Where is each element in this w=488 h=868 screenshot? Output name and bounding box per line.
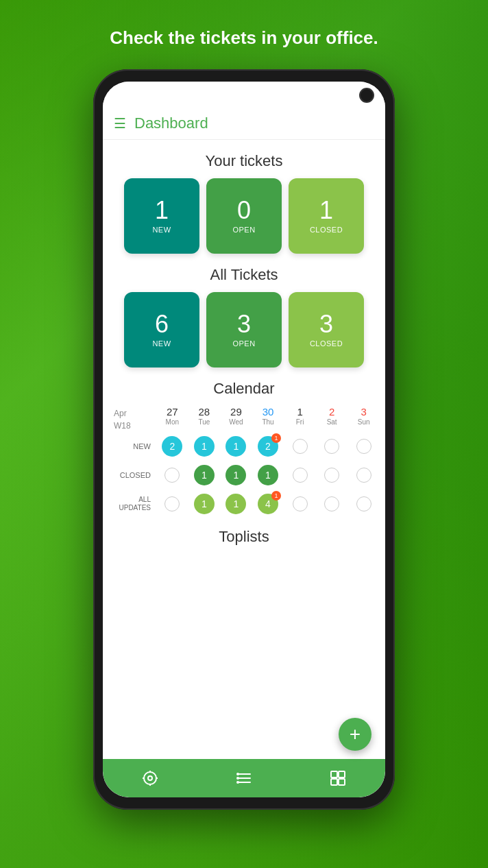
all-tickets-grid: 6 NEW 3 OPEN 3 CLOSED <box>103 292 385 367</box>
calendar-grid: Apr W18 27 Mon 28 Tue 29 <box>108 406 380 517</box>
app-title: Dashboard <box>134 114 208 132</box>
cal-closed-30[interactable]: 1 <box>252 462 284 488</box>
your-tickets-open-count: 0 <box>237 198 251 223</box>
cal-day-27: 27 Mon <box>156 406 188 431</box>
nav-list-icon[interactable] <box>227 764 261 792</box>
all-tickets-new-card[interactable]: 6 NEW <box>124 292 199 367</box>
cal-closed-28[interactable]: 1 <box>188 462 221 488</box>
your-tickets-open-label: OPEN <box>232 226 255 234</box>
calendar-title: Calendar <box>103 380 385 398</box>
all-tickets-open-card[interactable]: 3 OPEN <box>206 292 282 367</box>
cal-all-30-badge: 1 <box>271 491 281 501</box>
fab-button[interactable]: + <box>339 718 371 751</box>
cal-day-28-name: Tue <box>198 418 210 426</box>
cal-all-2 <box>316 491 348 517</box>
cal-new-28-bubble[interactable]: 1 <box>194 436 215 457</box>
bottom-nav <box>103 759 385 797</box>
cal-new-30-bubble[interactable]: 2 1 <box>258 436 278 457</box>
cal-closed-29-bubble[interactable]: 1 <box>225 465 246 485</box>
page-headline: Check the tickets in your office. <box>96 27 392 49</box>
cal-day-2: 2 Sat <box>316 406 348 431</box>
cal-closed-1-empty <box>293 468 308 483</box>
app-header: ☰ Dashboard <box>103 109 385 140</box>
cal-all-1 <box>284 491 316 517</box>
cal-day-1-name: Fri <box>296 418 304 426</box>
svg-point-1 <box>148 776 152 780</box>
svg-rect-12 <box>331 771 337 777</box>
cal-day-1-num: 1 <box>297 406 302 418</box>
nav-dashboard-icon[interactable] <box>321 764 355 792</box>
cal-all-30[interactable]: 4 1 <box>252 491 284 517</box>
all-tickets-new-count: 6 <box>155 312 169 337</box>
cal-all-28-bubble[interactable]: 1 <box>194 494 215 514</box>
phone-screen: ☰ Dashboard Your tickets 1 NEW 0 OPEN 1 … <box>103 82 385 797</box>
cal-all-3 <box>347 491 380 517</box>
all-tickets-closed-card[interactable]: 3 CLOSED <box>289 292 364 367</box>
cal-new-30[interactable]: 2 1 <box>252 433 284 459</box>
your-tickets-open-card[interactable]: 0 OPEN <box>206 178 282 254</box>
svg-rect-15 <box>339 779 345 785</box>
cal-day-30-num: 30 <box>263 406 274 418</box>
cal-closed-2 <box>316 462 348 488</box>
svg-rect-14 <box>331 779 337 785</box>
cal-day-3-name: Sun <box>358 418 370 426</box>
cal-all-28[interactable]: 1 <box>188 491 221 517</box>
cal-all-29[interactable]: 1 <box>220 491 252 517</box>
cal-new-29-bubble[interactable]: 1 <box>225 436 246 457</box>
phone-top-bar <box>103 82 385 109</box>
all-tickets-closed-label: CLOSED <box>310 339 343 348</box>
cal-new-3-empty <box>356 439 371 454</box>
your-tickets-title: Your tickets <box>103 152 385 170</box>
cal-all-27-empty <box>164 496 180 511</box>
cal-day-2-name: Sat <box>327 418 337 426</box>
cal-new-30-badge: 1 <box>271 433 281 443</box>
cal-all-3-empty <box>356 496 371 511</box>
cal-closed-28-bubble[interactable]: 1 <box>194 465 215 485</box>
toplists-title: Toplists <box>103 528 385 551</box>
cal-day-27-name: Mon <box>166 418 179 426</box>
your-tickets-closed-count: 1 <box>319 198 333 223</box>
app-content: Your tickets 1 NEW 0 OPEN 1 CLOSED All T… <box>103 140 385 759</box>
calendar-section: Apr W18 27 Mon 28 Tue 29 <box>103 406 385 517</box>
your-tickets-new-label: NEW <box>152 226 171 234</box>
cal-day-29: 29 Wed <box>220 406 252 431</box>
cal-closed-27-empty <box>164 468 180 483</box>
your-tickets-new-card[interactable]: 1 NEW <box>124 178 199 254</box>
cal-row-closed-label: CLOSED <box>108 462 156 488</box>
cal-closed-27 <box>156 462 188 488</box>
cal-day-28: 28 Tue <box>188 406 221 431</box>
svg-point-11 <box>236 781 239 784</box>
nav-home-icon[interactable] <box>133 764 167 792</box>
phone-device: ☰ Dashboard Your tickets 1 NEW 0 OPEN 1 … <box>93 69 395 810</box>
cal-closed-2-empty <box>324 468 339 483</box>
all-tickets-title: All Tickets <box>103 266 385 284</box>
your-tickets-closed-label: CLOSED <box>310 226 343 234</box>
cal-day-29-name: Wed <box>229 418 243 426</box>
hamburger-icon[interactable]: ☰ <box>114 115 126 132</box>
cal-new-1 <box>284 433 316 459</box>
cal-closed-30-bubble[interactable]: 1 <box>258 465 278 485</box>
your-tickets-closed-card[interactable]: 1 CLOSED <box>289 178 364 254</box>
svg-point-0 <box>144 772 156 784</box>
cal-all-29-bubble[interactable]: 1 <box>225 494 246 514</box>
cal-row-allupdates-label: ALLUPDATES <box>108 491 156 517</box>
cal-all-30-bubble[interactable]: 4 1 <box>258 494 278 514</box>
cal-new-27-bubble[interactable]: 2 <box>162 436 182 457</box>
all-tickets-open-count: 3 <box>237 312 251 337</box>
all-tickets-new-label: NEW <box>152 339 171 348</box>
cal-new-27[interactable]: 2 <box>156 433 188 459</box>
cal-closed-1 <box>284 462 316 488</box>
cal-all-2-empty <box>324 496 339 511</box>
cal-day-28-num: 28 <box>199 406 210 418</box>
cal-new-1-empty <box>293 439 308 454</box>
your-tickets-new-count: 1 <box>155 198 169 223</box>
calendar-week-label: W18 <box>108 418 156 431</box>
cal-all-27 <box>156 491 188 517</box>
cal-day-3: 3 Sun <box>347 406 380 431</box>
cal-new-29[interactable]: 1 <box>220 433 252 459</box>
svg-rect-13 <box>339 771 345 777</box>
all-tickets-open-label: OPEN <box>232 339 255 348</box>
cal-new-28[interactable]: 1 <box>188 433 221 459</box>
cal-closed-29[interactable]: 1 <box>220 462 252 488</box>
svg-point-10 <box>236 777 239 780</box>
